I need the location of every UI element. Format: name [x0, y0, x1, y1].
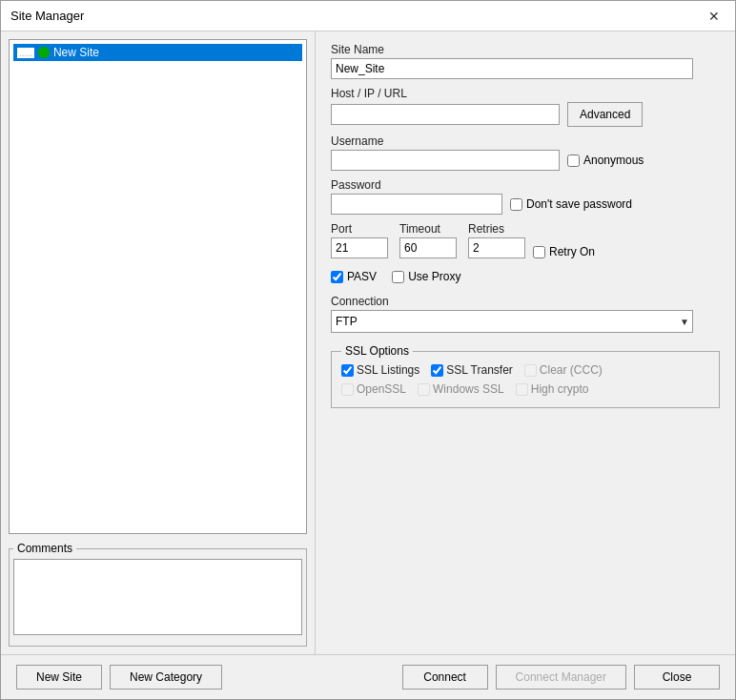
- host-group: Host / IP / URL Advanced: [331, 87, 720, 127]
- site-tree[interactable]: ..... New Site: [9, 39, 307, 534]
- use-proxy-label: Use Proxy: [408, 270, 460, 283]
- site-name-label: Site Name: [331, 43, 720, 56]
- comments-textarea[interactable]: [13, 559, 302, 635]
- ssl-clear-group: Clear (CCC): [524, 363, 603, 377]
- retries-field: Retries Retry On: [468, 222, 595, 258]
- new-category-button[interactable]: New Category: [110, 665, 222, 690]
- port-field: Port: [331, 222, 388, 258]
- pasv-checkbox[interactable]: [331, 271, 343, 283]
- retries-label: Retries: [468, 222, 595, 236]
- username-input[interactable]: [331, 150, 560, 171]
- openssl-group: OpenSSL: [341, 382, 406, 396]
- connection-select[interactable]: FTP SFTP FTPS FTPES: [331, 310, 693, 333]
- host-label: Host / IP / URL: [331, 87, 720, 100]
- use-proxy-group: Use Proxy: [392, 270, 460, 283]
- openssl-checkbox[interactable]: [341, 383, 354, 396]
- site-manager-window: Site Manager ✕ ..... New Site Comments S…: [0, 0, 736, 700]
- password-group: Password Don't save password: [331, 178, 720, 215]
- windows-ssl-group: Windows SSL: [418, 382, 504, 396]
- use-proxy-checkbox[interactable]: [392, 271, 404, 283]
- high-crypto-group: High crypto: [516, 382, 589, 396]
- dont-save-label: Don't save password: [526, 197, 632, 211]
- close-window-button[interactable]: ✕: [703, 7, 726, 26]
- ssl-transfer-label: SSL Transfer: [446, 363, 513, 377]
- dont-save-group: Don't save password: [510, 197, 632, 211]
- retry-on-label: Retry On: [549, 245, 595, 258]
- ssl-fieldset: SSL Options SSL Listings SSL Transfer Cl…: [331, 344, 720, 408]
- ssl-row-1: SSL Listings SSL Transfer Clear (CCC): [341, 363, 709, 377]
- timeout-label: Timeout: [399, 222, 457, 236]
- left-panel: ..... New Site Comments: [1, 31, 316, 654]
- port-input[interactable]: [331, 237, 388, 258]
- ssl-row-2: OpenSSL Windows SSL High crypto: [341, 382, 709, 396]
- ssl-transfer-group: SSL Transfer: [431, 363, 513, 377]
- ssl-legend: SSL Options: [341, 344, 413, 358]
- ssl-clear-label: Clear (CCC): [540, 363, 603, 377]
- options-row: PASV Use Proxy: [331, 270, 720, 283]
- anonymous-checkbox[interactable]: [567, 154, 580, 167]
- username-label: Username: [331, 134, 720, 148]
- password-row: Don't save password: [331, 194, 720, 215]
- comments-legend: Comments: [13, 542, 76, 555]
- tree-item-label: New Site: [53, 46, 99, 59]
- ssl-clear-checkbox[interactable]: [524, 364, 537, 377]
- connection-select-wrapper: FTP SFTP FTPS FTPES ▼: [331, 310, 693, 333]
- retry-on-checkbox[interactable]: [533, 246, 545, 258]
- password-input[interactable]: [331, 194, 502, 215]
- connection-group: Connection FTP SFTP FTPS FTPES ▼: [331, 295, 720, 333]
- username-group: Username Anonymous: [331, 134, 720, 171]
- windows-ssl-label: Windows SSL: [433, 382, 504, 396]
- main-content: ..... New Site Comments Site Name Host /…: [1, 31, 735, 654]
- title-bar: Site Manager ✕: [1, 1, 735, 31]
- site-name-group: Site Name: [331, 43, 720, 79]
- right-panel: Site Name Host / IP / URL Advanced Usern…: [316, 31, 735, 654]
- pasv-label: PASV: [347, 270, 377, 283]
- password-label: Password: [331, 178, 720, 192]
- ssl-listings-label: SSL Listings: [357, 363, 419, 377]
- tree-item-new-site[interactable]: ..... New Site: [13, 44, 302, 61]
- footer: New Site New Category Connect Connect Ma…: [1, 654, 735, 699]
- retry-row: Retry On: [468, 237, 595, 258]
- site-name-input[interactable]: [331, 58, 693, 79]
- timeout-input[interactable]: [399, 237, 457, 258]
- ssl-transfer-checkbox[interactable]: [431, 364, 443, 377]
- host-input[interactable]: [331, 104, 560, 125]
- tree-item-dots: .....: [17, 48, 34, 58]
- pasv-group: PASV: [331, 270, 377, 283]
- windows-ssl-checkbox[interactable]: [418, 383, 430, 396]
- high-crypto-label: High crypto: [531, 382, 589, 396]
- anonymous-label: Anonymous: [583, 154, 644, 167]
- connect-button[interactable]: Connect: [402, 665, 488, 690]
- comments-fieldset: Comments: [9, 542, 307, 647]
- new-site-button[interactable]: New Site: [16, 665, 102, 690]
- advanced-button[interactable]: Advanced: [567, 102, 643, 127]
- ssl-listings-group: SSL Listings: [341, 363, 419, 377]
- site-status-icon: [38, 47, 50, 58]
- username-row: Anonymous: [331, 150, 720, 171]
- retry-on-group: Retry On: [533, 245, 595, 258]
- ssl-listings-checkbox[interactable]: [341, 364, 354, 377]
- connection-label: Connection: [331, 295, 720, 308]
- dont-save-checkbox[interactable]: [510, 198, 522, 211]
- close-button[interactable]: Close: [634, 665, 720, 690]
- port-timeout-retries-row: Port Timeout Retries Retry On: [331, 222, 720, 258]
- window-title: Site Manager: [10, 9, 84, 23]
- anonymous-group: Anonymous: [567, 154, 644, 167]
- host-row: Advanced: [331, 102, 720, 127]
- connect-manager-button[interactable]: Connect Manager: [496, 665, 626, 690]
- openssl-label: OpenSSL: [357, 382, 406, 396]
- retries-input[interactable]: [468, 237, 525, 258]
- high-crypto-checkbox[interactable]: [516, 383, 528, 396]
- timeout-field: Timeout: [399, 222, 457, 258]
- port-label: Port: [331, 222, 388, 236]
